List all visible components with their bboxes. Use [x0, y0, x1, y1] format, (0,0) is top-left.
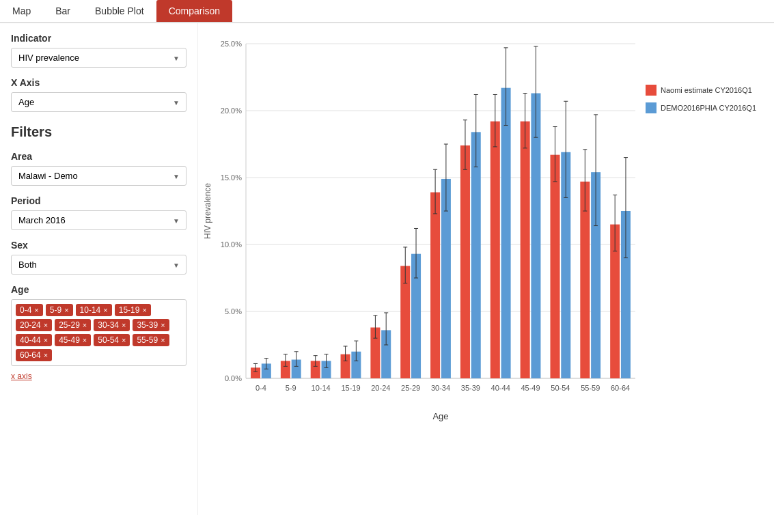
xaxis-select-wrapper: Age — [11, 92, 186, 112]
age-tag-remove[interactable]: × — [161, 321, 165, 329]
age-tag: 55-59 × — [133, 334, 169, 346]
age-tag-remove[interactable]: × — [64, 306, 68, 314]
filters-heading: Filters — [11, 124, 186, 140]
bar-red — [430, 193, 440, 378]
bar-red — [460, 145, 470, 378]
age-tag-remove[interactable]: × — [161, 336, 165, 344]
x-axis-link[interactable]: x axis — [11, 372, 186, 381]
bar-red — [521, 122, 530, 378]
age-tag: 60-64 × — [16, 349, 52, 361]
sex-select[interactable]: Both — [11, 255, 186, 275]
age-tag-remove[interactable]: × — [122, 336, 126, 344]
area-select-wrapper: Malawi - Demo — [11, 166, 186, 186]
legend-red-color — [646, 85, 656, 96]
x-axis-title: Age — [432, 411, 448, 421]
age-tag-remove[interactable]: × — [44, 351, 48, 359]
x-tick-label: 20-24 — [371, 384, 390, 392]
age-tag-remove[interactable]: × — [142, 306, 146, 314]
bar-blue — [471, 132, 481, 378]
age-tag-remove[interactable]: × — [44, 336, 48, 344]
y-tick: 25.0% — [221, 40, 242, 48]
age-tag: 35-39 × — [133, 319, 169, 331]
age-tag: 40-44 × — [16, 334, 52, 346]
x-tick-label: 40-44 — [491, 384, 510, 392]
tab-bubble-plot[interactable]: Bubble Plot — [83, 0, 156, 22]
age-tag-remove[interactable]: × — [122, 321, 126, 329]
x-tick-label: 0-4 — [255, 384, 266, 392]
period-label: Period — [11, 195, 186, 206]
age-tags-container: 0-4 ×5-9 ×10-14 ×15-19 ×20-24 ×25-29 ×30… — [11, 299, 186, 366]
sex-label: Sex — [11, 240, 186, 251]
indicator-select-wrapper: HIV prevalence — [11, 48, 186, 68]
y-tick: 20.0% — [221, 107, 242, 115]
age-tag-remove[interactable]: × — [44, 321, 48, 329]
bar-red — [490, 122, 500, 378]
x-tick-label: 25-29 — [401, 384, 420, 392]
indicator-select[interactable]: HIV prevalence — [11, 48, 186, 68]
legend-blue-color — [646, 102, 656, 113]
age-label: Age — [11, 284, 186, 295]
top-tabs-bar: Map Bar Bubble Plot Comparison — [0, 0, 774, 23]
x-tick-label: 35-39 — [461, 384, 480, 392]
x-tick-label: 55-59 — [581, 384, 600, 392]
chart-area: 0.0%5.0%10.0%15.0%20.0%25.0%0-45-910-141… — [198, 23, 774, 515]
legend-blue-label: DEMO2016PHIA CY2016Q1 — [661, 104, 756, 112]
chart-svg: 0.0%5.0%10.0%15.0%20.0%25.0%0-45-910-141… — [198, 30, 758, 426]
area-select[interactable]: Malawi - Demo — [11, 166, 186, 186]
age-tag: 15-19 × — [115, 304, 151, 316]
y-tick: 10.0% — [221, 240, 242, 249]
x-tick-label: 10-14 — [312, 384, 331, 392]
period-select-wrapper: March 2016 — [11, 210, 186, 230]
chart-container: 0.0%5.0%10.0%15.0%20.0%25.0%0-45-910-141… — [198, 30, 767, 508]
age-tag: 50-54 × — [94, 334, 130, 346]
bar-blue — [501, 88, 511, 378]
area-label: Area — [11, 151, 186, 162]
tab-comparison[interactable]: Comparison — [156, 0, 232, 22]
x-tick-label: 45-49 — [521, 384, 540, 392]
tab-map[interactable]: Map — [0, 0, 43, 22]
x-tick-label: 15-19 — [341, 384, 360, 392]
xaxis-select[interactable]: Age — [11, 92, 186, 112]
age-tag: 5-9 × — [46, 304, 73, 316]
tab-bar[interactable]: Bar — [43, 0, 83, 22]
x-tick-label: 50-54 — [551, 384, 570, 392]
period-select[interactable]: March 2016 — [11, 210, 186, 230]
x-tick-label: 5-9 — [286, 384, 296, 392]
y-tick: 5.0% — [225, 307, 242, 316]
age-tag: 45-49 × — [55, 334, 91, 346]
age-tag: 20-24 × — [16, 319, 52, 331]
age-tag-remove[interactable]: × — [83, 321, 87, 329]
age-tag-remove[interactable]: × — [103, 306, 107, 314]
sidebar: Indicator HIV prevalence X Axis Age Filt… — [0, 23, 198, 515]
bar-red — [550, 155, 559, 378]
xaxis-label: X Axis — [11, 77, 186, 88]
tab-bar: Map Bar Bubble Plot Comparison — [0, 0, 774, 23]
y-tick: 0.0% — [225, 374, 242, 382]
x-tick-label: 60-64 — [611, 384, 630, 392]
legend-red-label: Naomi estimate CY2016Q1 — [661, 86, 752, 94]
indicator-label: Indicator — [11, 33, 186, 44]
y-axis-title: HIV prevalence — [203, 183, 212, 239]
age-tag: 10-14 × — [76, 304, 112, 316]
sex-select-wrapper: Both — [11, 255, 186, 275]
age-tag-remove[interactable]: × — [34, 306, 38, 314]
age-tag-remove[interactable]: × — [83, 336, 87, 344]
main-layout: Indicator HIV prevalence X Axis Age Filt… — [0, 23, 774, 515]
y-tick: 15.0% — [221, 173, 242, 182]
age-tag: 25-29 × — [55, 319, 91, 331]
age-tag: 0-4 × — [16, 304, 43, 316]
x-tick-label: 30-34 — [431, 384, 450, 392]
age-tag: 30-34 × — [94, 319, 130, 331]
